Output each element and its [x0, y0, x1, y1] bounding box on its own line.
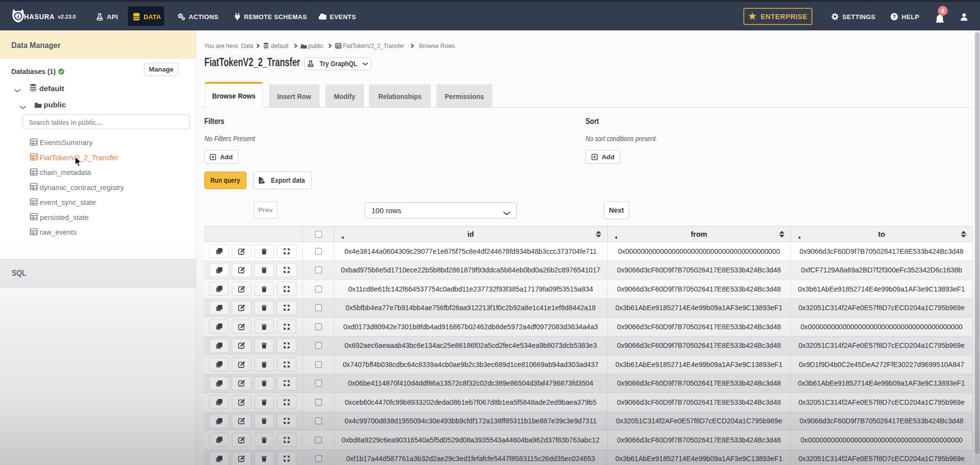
svg-text:λ: λ [16, 13, 19, 20]
svg-text:?: ? [893, 14, 896, 20]
